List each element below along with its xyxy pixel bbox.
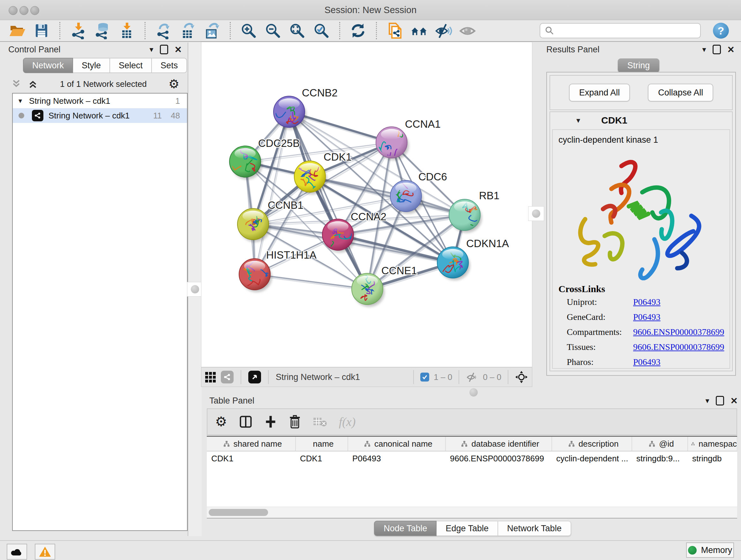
panel-maximize-icon[interactable]	[713, 45, 721, 54]
network-collection-row[interactable]: ▾ String Network – cdk1 1	[13, 94, 187, 108]
panel-float-icon[interactable]: ▾	[705, 396, 709, 405]
column-header-@id[interactable]: @id	[632, 437, 688, 451]
toolbar-separator	[376, 22, 377, 39]
network-node-RB1[interactable]: RB1	[449, 190, 499, 233]
expand-all-icon[interactable]	[27, 78, 38, 89]
crosslink-link[interactable]: 9606.ENSP00000378699	[633, 339, 724, 354]
search-input[interactable]	[554, 25, 696, 36]
crosslink-link[interactable]: P06493	[633, 309, 724, 324]
zoom-fit-icon[interactable]	[288, 21, 306, 40]
table-cell[interactable]: CDK1	[207, 451, 295, 465]
network-edge[interactable]	[255, 274, 367, 289]
network-node-CDKN1A[interactable]: CDKN1A	[437, 238, 509, 280]
save-session-icon[interactable]	[32, 21, 51, 40]
import-table-icon[interactable]	[118, 21, 136, 40]
zoom-out-icon[interactable]	[264, 21, 282, 40]
toolbar-separator	[230, 22, 231, 39]
expand-all-button[interactable]: Expand All	[569, 84, 630, 102]
delete-column-icon[interactable]	[288, 415, 301, 429]
crosslink-label: Pharos:	[567, 354, 633, 369]
collapse-caret-icon[interactable]: ▾	[576, 116, 580, 125]
control-panel-tabs: NetworkStyleSelectSets	[23, 58, 187, 73]
column-header-database-identifier[interactable]: database identifier	[446, 437, 552, 451]
tab-select[interactable]: Select	[110, 58, 152, 73]
show-all-icon[interactable]	[459, 21, 476, 40]
table-cell[interactable]: 9606.ENSP00000378699	[446, 451, 552, 465]
help-icon[interactable]: ?	[713, 23, 729, 39]
table-row[interactable]: CDK1CDK1P064939606.ENSP00000378699cyclin…	[207, 451, 737, 465]
table-panel: Table Panel ▾ ✕ ⚙ f(x) shared namenameca…	[204, 394, 741, 541]
table-cell[interactable]: stringdb	[688, 451, 737, 465]
panel-maximize-icon[interactable]	[160, 45, 168, 54]
warning-icon	[39, 546, 51, 557]
detach-view-icon[interactable]	[248, 371, 261, 383]
tab-string[interactable]: String	[618, 58, 660, 72]
vertical-splitter[interactable]	[188, 43, 202, 536]
collapse-all-button[interactable]: Collapse All	[648, 84, 713, 102]
tab-sets[interactable]: Sets	[152, 58, 187, 73]
network-node-CCNA1[interactable]: CCNA1	[376, 118, 441, 160]
column-header-name[interactable]: name	[295, 437, 348, 451]
import-database-icon[interactable]	[93, 21, 111, 40]
network-options-gear-icon[interactable]: ⚙	[169, 78, 179, 90]
current-network-indicator	[18, 113, 24, 118]
table-cell[interactable]: P06493	[348, 451, 446, 465]
network-canvas[interactable]: CCNB2CCNA1CDC25BCDK1CDC6RB1CCNB1CCNA2CDK…	[201, 42, 532, 367]
table-cell[interactable]: cyclin-dependent ...	[552, 451, 632, 465]
tab-style[interactable]: Style	[73, 58, 110, 73]
birdseye-toggle-icon[interactable]	[515, 370, 528, 384]
crosslink-label: Uniprot:	[567, 294, 633, 309]
column-header-description[interactable]: description	[552, 437, 632, 451]
panel-float-icon[interactable]: ▾	[702, 45, 706, 54]
tab-node-table[interactable]: Node Table	[374, 521, 436, 536]
panel-close-icon[interactable]: ✕	[727, 44, 735, 55]
tab-network[interactable]: Network	[23, 58, 73, 73]
network-row[interactable]: String Network – cdk1 11 48	[13, 108, 187, 123]
grid-view-icon[interactable]	[205, 372, 216, 382]
collapse-all-icon[interactable]	[11, 78, 22, 89]
home-icon[interactable]	[410, 21, 428, 40]
crosslink-link[interactable]: P06493	[633, 354, 724, 369]
warnings-button[interactable]	[35, 544, 55, 560]
panel-close-icon[interactable]: ✕	[731, 395, 738, 406]
selected-checkbox-icon[interactable]	[420, 373, 429, 381]
memory-button[interactable]: Memory	[686, 543, 734, 558]
column-header-canonical-name[interactable]: canonical name	[348, 437, 446, 451]
string-import-icon[interactable]	[386, 21, 404, 40]
tab-edge-table[interactable]: Edge Table	[436, 521, 498, 536]
column-header-namespac[interactable]: namespac	[688, 437, 737, 451]
splitter-handle[interactable]	[187, 282, 203, 297]
export-table-icon[interactable]	[179, 21, 197, 40]
hide-unhide-icon[interactable]	[434, 21, 452, 40]
selected-node-edge-counts: 1 – 0	[434, 372, 452, 382]
export-image-icon[interactable]	[203, 21, 221, 40]
collapse-caret-icon[interactable]: ▾	[18, 97, 22, 105]
panel-float-icon[interactable]: ▾	[149, 45, 153, 54]
network-node-HIST1H1A[interactable]: HIST1H1A	[239, 249, 317, 292]
scrollbar-thumb[interactable]	[209, 509, 268, 516]
show-columns-icon[interactable]	[239, 415, 253, 429]
cloud-status-button[interactable]	[7, 544, 27, 560]
crosslink-link[interactable]: 9606.ENSP00000378699	[633, 324, 724, 339]
horizontal-scrollbar[interactable]	[207, 507, 737, 518]
search-field[interactable]	[540, 23, 701, 38]
export-network-icon[interactable]	[154, 21, 172, 40]
add-column-icon[interactable]	[264, 415, 277, 429]
table-cell[interactable]: stringdb:9...	[632, 451, 688, 465]
import-network-icon[interactable]	[69, 21, 87, 40]
view-network-title: String Network – cdk1	[276, 372, 360, 382]
network-overview-icon[interactable]	[221, 371, 233, 383]
node-label: CDC6	[418, 171, 447, 183]
zoom-in-icon[interactable]	[240, 21, 258, 40]
vertical-splitter[interactable]	[533, 43, 539, 376]
panel-maximize-icon[interactable]	[716, 396, 724, 406]
open-session-icon[interactable]	[8, 21, 26, 40]
panel-close-icon[interactable]: ✕	[175, 44, 182, 55]
table-options-gear-icon[interactable]: ⚙	[215, 415, 227, 428]
column-header-shared-name[interactable]: shared name	[207, 437, 295, 451]
refresh-icon[interactable]	[349, 21, 367, 40]
table-cell[interactable]: CDK1	[295, 451, 348, 465]
crosslink-link[interactable]: P06493	[633, 294, 724, 309]
zoom-selected-icon[interactable]	[313, 21, 330, 40]
tab-network-table[interactable]: Network Table	[498, 521, 571, 536]
